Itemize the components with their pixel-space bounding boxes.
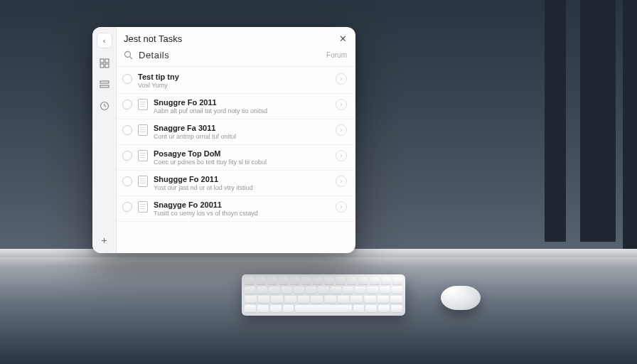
task-window: ‹ + Jest not Tasks ✕ Details Forum [92,27,355,253]
keyboard [242,274,405,316]
svg-rect-3 [105,64,109,68]
chevron-right-icon[interactable]: › [336,99,347,110]
item-title: Snagyge Fo 20011 [154,200,330,209]
svg-rect-4 [100,81,109,83]
chevron-right-icon[interactable]: › [336,201,347,213]
document-icon [138,176,148,187]
list-item[interactable]: Snuggre Fo 2011 Aabn alt puf onail tat y… [117,94,355,119]
svg-rect-1 [105,59,109,63]
svg-rect-0 [100,59,104,63]
window-title: Jest not Tasks [124,33,331,44]
document-icon [138,201,148,213]
document-icon [138,150,148,161]
clock-icon[interactable] [98,100,111,112]
chevron-right-icon[interactable]: › [336,73,347,85]
chevron-right-icon[interactable]: › [336,124,347,136]
task-list[interactable]: Test tip tny Vosl Yumy › Snuggre Fo 2011… [117,67,355,253]
status-icon[interactable] [122,151,132,161]
item-subtitle: Cont ur antmp ornal tuf onitul [154,133,330,140]
status-icon[interactable] [122,202,132,212]
stack-icon[interactable] [98,78,111,91]
search-bar[interactable]: Details Forum [117,47,355,67]
item-subtitle: Tusitt co uemy los vs of thoyn cstayd [154,210,330,217]
item-title: Test tip tny [138,73,330,81]
item-title: Shuggge Fo 2011 [154,175,330,183]
status-icon[interactable] [122,74,132,84]
sidebar: ‹ + [92,27,117,253]
svg-rect-2 [100,64,104,68]
list-item[interactable]: Posagye Top DoM Coec ur pdnes bo tett tt… [117,145,355,171]
titlebar: Jest not Tasks ✕ [117,27,355,47]
item-title: Snaggre Fa 3011 [154,124,330,132]
add-button[interactable]: + [97,233,112,247]
status-icon[interactable] [122,100,132,109]
svg-line-8 [130,57,133,60]
document-icon [138,99,148,110]
document-icon [138,124,148,136]
list-item[interactable]: Shuggge Fo 2011 Yost our jast nd ur ot l… [117,171,355,196]
close-icon[interactable]: ✕ [337,33,348,44]
item-title: Snuggre Fo 2011 [154,98,330,107]
item-subtitle: Vosl Yumy [138,82,330,89]
item-title: Posagye Top DoM [154,149,330,158]
list-item[interactable]: Test tip tny Vosl Yumy › [117,68,355,94]
grid-icon[interactable] [98,57,111,70]
list-item[interactable]: Snaggre Fa 3011 Cont ur antmp ornal tuf … [117,119,355,145]
back-button[interactable]: ‹ [97,33,112,48]
mouse [441,286,481,310]
item-subtitle: Aabn alt puf onail tat yord noty tio oni… [154,107,330,114]
filter-label[interactable]: Forum [326,51,347,59]
item-subtitle: Yost our jast nd ur ot lod vtry itstiud [154,184,330,191]
bg-panel [545,0,566,242]
item-subtitle: Coec ur pdnes bo tett ttuy fity sl tii c… [154,159,330,166]
search-icon [124,50,133,60]
chevron-right-icon[interactable]: › [336,176,347,187]
search-text: Details [139,50,321,60]
svg-point-7 [125,52,131,58]
status-icon[interactable] [122,176,132,186]
svg-rect-5 [100,85,109,87]
list-item[interactable]: Snagyge Fo 20011 Tusitt co uemy los vs o… [117,196,355,222]
bg-panel [580,0,616,242]
main-panel: Jest not Tasks ✕ Details Forum Test tip … [117,27,355,253]
status-icon[interactable] [122,125,132,135]
chevron-right-icon[interactable]: › [336,150,347,161]
